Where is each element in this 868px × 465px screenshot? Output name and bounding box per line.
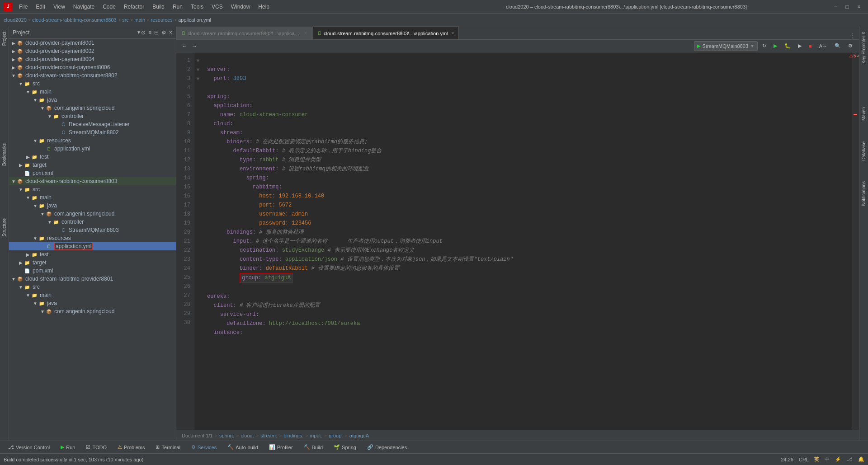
- breadcrumb-file[interactable]: application.yml: [178, 17, 211, 23]
- project-handle[interactable]: Project: [1, 30, 8, 47]
- settings-icon[interactable]: ⚙: [161, 29, 166, 36]
- tab-options-icon[interactable]: ⋮: [849, 32, 855, 39]
- tab-close[interactable]: ×: [452, 31, 454, 36]
- run-config-selector[interactable]: ▶ StreamMQMain8803 ▼: [694, 41, 758, 51]
- notification-icon[interactable]: 🔔: [858, 456, 864, 462]
- lang-indicator-en[interactable]: 英: [814, 456, 819, 463]
- breadcrumb-group[interactable]: group:: [329, 433, 343, 438]
- todo-btn[interactable]: ☑ TODO: [81, 443, 111, 451]
- breadcrumb-spring[interactable]: spring:: [219, 433, 234, 438]
- breadcrumb-cloud[interactable]: cloud:: [241, 433, 254, 438]
- toolbar-refresh[interactable]: ↻: [760, 42, 769, 50]
- tree-item-consumer8802[interactable]: ▼ 📦 cloud-stream-rabbitmq-consumer8802: [9, 71, 176, 80]
- bookmarks-handle[interactable]: Bookmarks: [1, 141, 8, 168]
- tree-item-consumer8803[interactable]: ▼ 📦 cloud-stream-rabbitmq-consumer8803: [9, 177, 176, 185]
- tree-item-consul8006[interactable]: ▶ 📦 cloud-providerconsul-payment8006: [9, 63, 176, 71]
- tree-item-controller8802[interactable]: ▼ 📁 controller: [9, 112, 176, 120]
- terminal-btn[interactable]: ⊞ Terminal: [151, 443, 185, 451]
- tree-item-pom8802[interactable]: 📄 pom.xml: [9, 169, 176, 177]
- auto-build-btn[interactable]: 🔨 Auto-build: [223, 443, 263, 451]
- code-content-area[interactable]: server: port: 8803 spring: application: …: [202, 52, 859, 430]
- tree-item-payment8001[interactable]: ▶ 📦 cloud-provider-payment8001: [9, 39, 176, 47]
- minimize-button[interactable]: −: [830, 1, 841, 12]
- tab-consumer8802[interactable]: 🗒 cloud-stream-rabbitmq-consumer8802\...…: [176, 27, 312, 39]
- menu-help[interactable]: Help: [255, 3, 273, 11]
- tree-item-target8802[interactable]: ▶ 📁 target: [9, 161, 176, 169]
- back-arrow[interactable]: ←: [180, 42, 189, 50]
- tree-item-resources8803[interactable]: ▼ 📁 resources: [9, 234, 176, 242]
- key-promoter-handle[interactable]: Key Promoter X: [860, 30, 867, 66]
- tree-item-java8802[interactable]: ▼ 📁 java: [9, 96, 176, 104]
- toolbar-stop-btn[interactable]: ■: [806, 42, 815, 50]
- lang-indicator-cn[interactable]: 中: [825, 456, 830, 463]
- menu-code[interactable]: Code: [99, 3, 119, 11]
- tree-item-target8803[interactable]: ▶ 📁 target: [9, 258, 176, 267]
- tree-item-streammq8802[interactable]: C StreamMQMain8802: [9, 128, 176, 136]
- tab-consumer8803[interactable]: 🗒 cloud-stream-rabbitmq-consumer8803\...…: [312, 27, 459, 39]
- toolbar-translate-icon[interactable]: A→: [816, 42, 830, 50]
- menu-navigate[interactable]: Navigate: [70, 3, 98, 11]
- tree-item-controller8803[interactable]: ▼ 📁 controller: [9, 218, 176, 226]
- tree-item-main8803[interactable]: ▼ 📁 main: [9, 193, 176, 202]
- tree-item-java8803[interactable]: ▼ 📁 java: [9, 202, 176, 210]
- menu-view[interactable]: View: [50, 3, 69, 11]
- build-btn[interactable]: 🔨 Build: [299, 443, 327, 451]
- tree-item-pom8803[interactable]: 📄 pom.xml: [9, 267, 176, 275]
- menu-refactor[interactable]: Refactor: [120, 3, 148, 11]
- code-editor[interactable]: ⚠5✓1 12345 678910 1112131415 1617181920 …: [176, 52, 859, 430]
- tree-item-com8803[interactable]: ▼ 📦 com.angenin.springcloud: [9, 210, 176, 218]
- tree-item-src8803[interactable]: ▼ 📁 src: [9, 185, 176, 193]
- toolbar-settings-icon[interactable]: ⚙: [845, 42, 855, 50]
- menu-tools[interactable]: Tools: [187, 3, 207, 11]
- collapse-icon[interactable]: ⊟: [154, 29, 159, 36]
- tree-item-resources8802[interactable]: ▼ 📁 resources: [9, 136, 176, 145]
- tree-item-main8801[interactable]: ▼ 📁 main: [9, 291, 176, 299]
- maven-handle[interactable]: Maven: [860, 105, 867, 122]
- toolbar-run-btn[interactable]: ▶: [771, 42, 780, 50]
- tree-item-com8802[interactable]: ▼ 📦 com.angenin.springcloud: [9, 104, 176, 112]
- profiler-btn[interactable]: 📊 Profiler: [264, 443, 297, 451]
- spring-btn[interactable]: 🌱 Spring: [329, 443, 361, 451]
- version-control-btn[interactable]: ⎇ Version Control: [4, 443, 54, 451]
- tree-item-payment8002[interactable]: ▶ 📦 cloud-provider-payment8002: [9, 47, 176, 55]
- tree-item-receivemsg[interactable]: C ReceiveMessageListener: [9, 120, 176, 128]
- close-sidebar-icon[interactable]: ×: [169, 29, 172, 36]
- breadcrumb-root[interactable]: cloud2020: [4, 17, 27, 23]
- menu-build[interactable]: Build: [149, 3, 168, 11]
- database-handle[interactable]: Database: [860, 140, 867, 163]
- services-btn[interactable]: ⚙ Services: [187, 443, 221, 451]
- forward-arrow[interactable]: →: [190, 42, 199, 50]
- menu-run[interactable]: Run: [169, 3, 186, 11]
- tree-item-src8802[interactable]: ▼ 📁 src: [9, 80, 176, 88]
- dependencies-btn[interactable]: 🔗 Dependencies: [363, 443, 411, 451]
- breadcrumb-main[interactable]: main: [134, 17, 145, 23]
- expand-icon[interactable]: ≡: [148, 29, 151, 36]
- tree-item-yml8802[interactable]: 🗒 application.yml: [9, 145, 176, 153]
- tree-item-java8801[interactable]: ▼ 📁 java: [9, 299, 176, 307]
- breadcrumb-input[interactable]: input:: [310, 433, 322, 438]
- run-btn[interactable]: ▶ Run: [56, 443, 80, 451]
- menu-window[interactable]: Window: [227, 3, 254, 11]
- tree-item-payment8004[interactable]: ▶ 📦 cloud-provider-payment8004: [9, 55, 176, 63]
- breadcrumb-atguigua[interactable]: atguiguA: [349, 433, 369, 438]
- git-branch-icon[interactable]: ⎇: [847, 456, 853, 462]
- maximize-button[interactable]: □: [842, 1, 853, 12]
- tree-item-test8802[interactable]: ▶ 📁 test: [9, 153, 176, 161]
- breadcrumb-resources[interactable]: resources: [151, 17, 173, 23]
- tree-item-yml8803[interactable]: 🗒 application.yml: [9, 242, 176, 250]
- tree-item-com8801[interactable]: ▼ 📦 com.angenin.springcloud: [9, 307, 176, 315]
- menu-edit[interactable]: Edit: [32, 3, 49, 11]
- breadcrumb-module[interactable]: cloud-stream-rabbitmq-consumer8803: [32, 17, 116, 23]
- close-button[interactable]: ×: [854, 1, 864, 12]
- position-indicator[interactable]: 24:26: [781, 457, 793, 462]
- toolbar-search-icon[interactable]: 🔍: [832, 42, 844, 50]
- breadcrumb-bindings[interactable]: bindings:: [283, 433, 303, 438]
- breadcrumb-stream[interactable]: stream:: [260, 433, 277, 438]
- menu-vcs[interactable]: VCS: [208, 3, 226, 11]
- problems-btn[interactable]: ⚠ Problems: [113, 443, 149, 451]
- notifications-handle[interactable]: Notifications: [860, 179, 867, 207]
- tree-item-streammq8803[interactable]: C StreamMQMain8803: [9, 226, 176, 234]
- structure-handle[interactable]: Structure: [1, 216, 8, 239]
- tree-item-main8802[interactable]: ▼ 📁 main: [9, 88, 176, 96]
- tree-item-src8801[interactable]: ▼ 📁 src: [9, 283, 176, 291]
